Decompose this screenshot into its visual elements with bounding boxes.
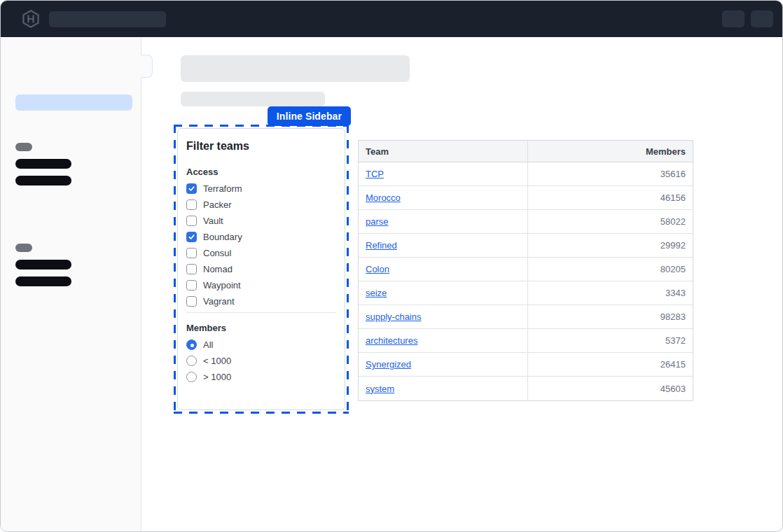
column-header-team: Team — [359, 141, 528, 162]
sidebar-item-skeleton-2 — [15, 176, 71, 186]
team-cell: TCP — [359, 162, 528, 186]
members-value: 58022 — [528, 210, 693, 233]
checkbox-unchecked-icon[interactable] — [186, 200, 197, 210]
checkbox-checked-icon[interactable] — [186, 183, 197, 194]
table-header: Team Members — [359, 141, 693, 162]
table-row: parse58022 — [359, 210, 693, 234]
checkbox-option-nomad[interactable]: Nomad — [186, 264, 336, 274]
checkbox-label: Boundary — [203, 232, 242, 242]
checkbox-option-waypoint[interactable]: Waypoint — [186, 280, 336, 290]
app-window: Inline Sidebar Filter teams Access Terra… — [0, 0, 783, 532]
sidebar-section-skeleton-1 — [15, 143, 32, 151]
nav-search-skeleton — [49, 11, 166, 27]
checkbox-label: Consul — [203, 248, 231, 258]
checkbox-unchecked-icon[interactable] — [186, 264, 197, 274]
team-link[interactable]: architectures — [366, 335, 417, 346]
checkbox-option-terraform[interactable]: Terraform — [186, 183, 336, 194]
team-link[interactable]: Synergized — [366, 359, 411, 370]
table-row: architectures5372 — [359, 329, 693, 353]
team-link[interactable]: parse — [366, 216, 389, 227]
members-value: 98283 — [528, 305, 693, 328]
radio-selected-icon[interactable] — [186, 340, 197, 350]
checkbox-label: Vagrant — [203, 296, 235, 307]
team-cell: Synergized — [359, 353, 528, 376]
team-cell: Colon — [359, 258, 528, 281]
table-row: Synergized26415 — [359, 353, 693, 377]
members-value: 35616 — [528, 162, 693, 186]
filter-panel-title: Filter teams — [186, 140, 336, 153]
members-section-label: Members — [186, 323, 336, 333]
team-link[interactable]: supply-chains — [366, 312, 422, 322]
team-link[interactable]: Morocco — [366, 192, 401, 203]
sidebar-toggle-handle[interactable] — [141, 55, 153, 78]
team-link[interactable]: Refined — [366, 240, 397, 251]
members-value: 46156 — [528, 186, 693, 209]
filter-divider — [186, 312, 336, 313]
inline-sidebar-demo-region: Inline Sidebar Filter teams Access Terra… — [174, 125, 349, 414]
members-value: 45603 — [528, 377, 693, 400]
table-row: Morocco46156 — [359, 186, 693, 210]
checkbox-unchecked-icon[interactable] — [186, 216, 197, 226]
radio-unselected-icon[interactable] — [186, 372, 197, 382]
checkbox-unchecked-icon[interactable] — [186, 248, 197, 258]
radio-label: All — [203, 340, 213, 350]
page-subtitle-skeleton — [181, 92, 325, 106]
hashicorp-logo-icon — [22, 9, 40, 29]
sidebar-section-skeleton-2 — [15, 244, 32, 252]
checkbox-unchecked-icon[interactable] — [186, 296, 197, 307]
team-cell: system — [359, 377, 528, 400]
team-cell: parse — [359, 210, 528, 233]
top-navbar — [1, 1, 782, 37]
checkbox-label: Packer — [203, 200, 231, 210]
members-value: 5372 — [528, 329, 693, 352]
sidebar-item-skeleton-3 — [15, 260, 71, 270]
sidebar-active-item-skeleton — [15, 94, 132, 111]
checkbox-checked-icon[interactable] — [186, 232, 197, 242]
table-row: Refined29992 — [359, 234, 693, 258]
nav-button-skeleton-1 — [722, 10, 744, 27]
checkbox-option-vault[interactable]: Vault — [186, 216, 336, 226]
table-row: seize3343 — [359, 281, 693, 305]
checkbox-option-packer[interactable]: Packer — [186, 200, 336, 210]
radio-unselected-icon[interactable] — [186, 356, 197, 366]
table-row: Colon80205 — [359, 258, 693, 281]
checkbox-option-consul[interactable]: Consul — [186, 248, 336, 258]
team-cell: supply-chains — [359, 305, 528, 328]
component-badge: Inline Sidebar — [268, 106, 351, 126]
table-row: supply-chains98283 — [359, 305, 693, 329]
team-link[interactable]: TCP — [366, 169, 384, 179]
team-link[interactable]: system — [366, 384, 394, 394]
members-value: 3343 — [528, 281, 693, 304]
members-value: 26415 — [528, 353, 693, 376]
radio-option-1000[interactable]: > 1000 — [186, 372, 336, 382]
access-section-label: Access — [186, 167, 336, 177]
table-row: system45603 — [359, 377, 693, 400]
column-header-members: Members — [528, 141, 693, 162]
checkbox-label: Waypoint — [203, 280, 241, 290]
radio-option-1000[interactable]: < 1000 — [186, 356, 336, 366]
checkbox-label: Nomad — [203, 264, 233, 274]
members-value: 29992 — [528, 234, 693, 257]
table-row: TCP35616 — [359, 162, 693, 186]
team-link[interactable]: Colon — [366, 264, 389, 274]
members-options: All< 1000> 1000 — [186, 340, 336, 382]
members-value: 80205 — [528, 258, 693, 281]
access-options: TerraformPackerVaultBoundaryConsulNomadW… — [186, 183, 336, 307]
teams-table: Team Members TCP35616Morocco46156parse58… — [358, 140, 693, 401]
team-cell: Morocco — [359, 186, 528, 209]
checkbox-unchecked-icon[interactable] — [186, 280, 197, 290]
app-sidebar — [1, 37, 141, 532]
radio-option-all[interactable]: All — [186, 340, 336, 350]
checkbox-label: Terraform — [203, 183, 242, 194]
sidebar-item-skeleton-4 — [15, 276, 71, 286]
team-cell: seize — [359, 281, 528, 304]
team-link[interactable]: seize — [366, 288, 387, 298]
checkbox-option-boundary[interactable]: Boundary — [186, 232, 336, 242]
checkbox-option-vagrant[interactable]: Vagrant — [186, 296, 336, 307]
page-title-skeleton — [181, 55, 410, 82]
team-cell: Refined — [359, 234, 528, 257]
checkbox-label: Vault — [203, 216, 223, 226]
radio-label: > 1000 — [203, 372, 231, 382]
team-cell: architectures — [359, 329, 528, 352]
sidebar-item-skeleton-1 — [15, 159, 71, 169]
